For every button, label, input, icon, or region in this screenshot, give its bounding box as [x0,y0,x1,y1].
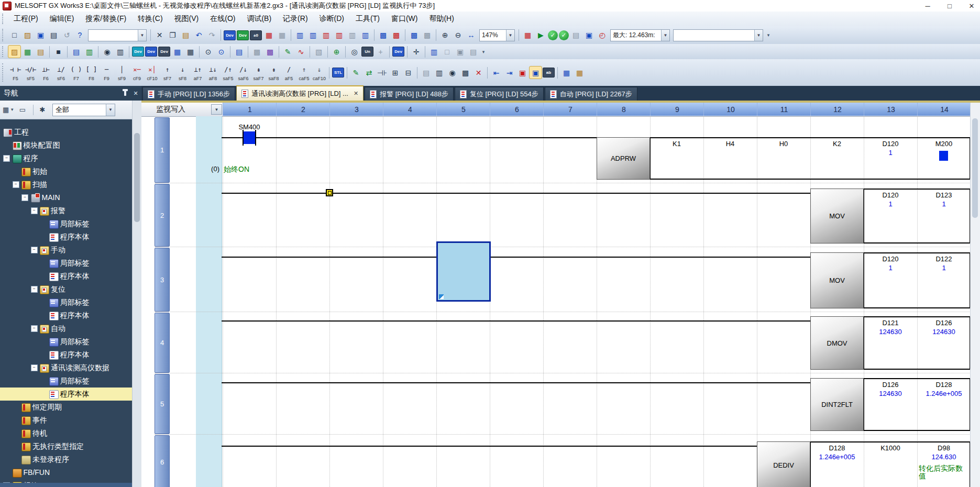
tree-filter-combo[interactable]: 全部 ▼ [52,104,115,116]
project-select-combo-dropdown-icon[interactable]: ▼ [138,30,146,41]
coil-op-icon[interactable]: ⊣⊦ [376,67,388,79]
display-setting-icon[interactable]: ▦ [522,29,534,41]
view-detail-icon[interactable]: ▥ [83,46,95,58]
tab-2[interactable]: 报警 [PRG] [LD] 488步 [365,87,454,101]
invert-operation-button[interactable]: /aF5 [282,61,296,84]
menu-item-4[interactable]: 视图(V) [169,12,205,26]
rung-line[interactable] [222,257,810,258]
delete-cell-icon[interactable]: ⊟ [402,67,414,79]
stamp-icon[interactable]: ▤ [35,46,47,58]
project-select-combo[interactable]: ▼ [88,29,147,41]
rung-line[interactable] [222,193,810,194]
menu-item-10[interactable]: 窗口(W) [386,12,424,26]
tree-item-14[interactable]: 程序本体 [0,309,141,322]
ladder-vertical-scrollbar[interactable] [970,103,980,487]
falling-pulse-branch-button[interactable]: ⊥↓aF8 [206,61,220,84]
device-batch-icon[interactable]: Dev [158,47,170,57]
close-button[interactable]: ✕ [967,2,976,10]
tree-item-25[interactable]: 未登录程序 [0,453,141,466]
cut-icon[interactable]: ✕ [153,29,166,41]
menu-item-11[interactable]: 帮助(H) [423,12,459,26]
device-test-blue-icon[interactable]: ▣ [530,67,542,79]
toolbar-overflow-icon[interactable]: ▾ [480,46,487,58]
zoom-level-combo-dropdown-icon[interactable]: ▼ [506,30,514,41]
rung-line[interactable] [222,320,810,322]
network-icon[interactable]: ⊕ [331,46,343,58]
tree-item-0[interactable]: 工程 [0,126,141,139]
find-in-document-icon[interactable]: ▥ [114,46,126,58]
tab-0[interactable]: 手动 [PRG] [LD] 1356步 [142,87,235,101]
instruction-block-dediv[interactable]: DEDIV [757,441,810,487]
tree-item-27[interactable]: −标签 [0,479,141,483]
scope-icon[interactable]: ◎ [348,46,360,58]
device-display-icon[interactable]: ▣ [583,29,595,41]
tree-item-26[interactable]: FB/FUN [0,466,141,479]
ladder-red-icon[interactable]: ▦ [263,29,275,41]
tab-active-1[interactable]: 通讯读测高仪数据 [PRG] [LD] ...✕ [236,85,364,101]
fit-width-icon[interactable]: ↔ [465,29,477,41]
collapse-all-button[interactable]: ▭ [16,104,29,116]
tree-expander-icon[interactable]: − [21,194,28,201]
find-icon[interactable]: ◉ [101,46,113,58]
coil-button[interactable]: ( )F7 [69,61,83,84]
track-right-icon[interactable]: ⇥ [503,67,515,79]
scan-time-combo[interactable]: 最大: 12.463m:▼ [610,29,670,41]
tree-expander-icon[interactable]: − [31,207,38,214]
ladder-monitor-icon[interactable]: ▩ [377,29,389,41]
edit-write-icon[interactable]: ✎ [350,67,362,79]
instruction-block-adprw[interactable]: ADPRW [597,137,650,180]
crosshair-icon[interactable]: ✛ [410,46,422,58]
tree-item-23[interactable]: 待机 [0,427,141,440]
copy-icon[interactable]: ❐ [167,29,179,41]
watch-grid-icon[interactable]: ▦ [184,46,196,58]
tree-item-8[interactable]: 程序本体 [0,230,141,244]
open-branch-button[interactable]: ⊥⊢F6 [39,61,53,84]
rising-pulse-button[interactable]: ↑sF7 [160,61,174,84]
navigation-bottom-scrollbar[interactable] [0,483,141,487]
rising-pulse-branch-button[interactable]: ⊥↑aF7 [191,61,205,84]
tree-item-18[interactable]: −通讯读测高仪数据 [0,361,141,374]
paste-icon[interactable]: ▤ [180,29,192,41]
zoom-level-combo[interactable]: 147%▼ [479,29,515,41]
tree-item-19[interactable]: 局部标签 [0,374,141,388]
stl-instruction-icon[interactable]: STL [332,68,344,78]
ladder-gray-icon[interactable]: ▦ [276,29,288,41]
open-project-icon[interactable]: ▨ [21,29,34,41]
tree-item-24[interactable]: 无执行类型指定 [0,440,141,453]
tree-item-22[interactable]: 事件 [0,414,141,427]
function-select-combo[interactable]: ▼ [673,29,763,41]
tree-item-3[interactable]: 初始 [0,165,141,178]
device-find-icon[interactable]: Dev [145,47,157,57]
monitor-mode-icon[interactable]: ◉ [446,67,458,79]
delete-vertical-line-button[interactable]: ✕│cF10 [145,61,159,84]
add-gray-icon[interactable]: + [375,46,387,58]
minimize-button[interactable]: ─ [923,2,932,10]
unit-chip-icon[interactable]: ■ [52,46,64,58]
redo-icon[interactable]: ↷ [206,29,218,41]
menu-item-3[interactable]: 转换(C) [132,12,168,26]
falling-pulse-close-button[interactable]: /↓saF6 [236,61,250,84]
tree-expander-icon[interactable]: − [13,181,19,188]
tree-item-13[interactable]: 局部标签 [0,296,141,309]
write-to-plc-icon[interactable]: ▥ [294,29,306,41]
tree-expander-icon[interactable]: − [31,286,38,293]
function-select-combo-dropdown-icon[interactable]: ▼ [754,30,763,41]
open-contact-button[interactable]: ⊣ ⊢F5 [8,61,23,84]
track-left-icon[interactable]: ⇤ [490,67,502,79]
settings-gear-icon[interactable]: ✱ [36,104,49,116]
undo-icon[interactable]: ↶ [193,29,205,41]
history-icon[interactable]: ↺ [61,29,73,41]
tree-item-15[interactable]: −自动 [0,322,141,335]
buffer-access-icon[interactable]: Un [361,47,373,57]
monitor-read-ok-icon[interactable]: ✓ [559,30,569,40]
zoom-in-icon[interactable]: ⊕ [439,29,451,41]
fb-color-icon[interactable]: ▩ [264,46,276,58]
address-display-icon[interactable]: ab [543,68,555,78]
fade-icon[interactable]: ▧ [313,46,325,58]
ladder-editor[interactable]: 监视写入 ▼ 1234567891011121314 1ADPRWK1H4H0K… [141,101,980,487]
edit-cursor-marker[interactable] [326,189,333,196]
device-memory-icon[interactable]: Dev [237,30,249,40]
tree-item-1[interactable]: 模块配置图 [0,139,141,152]
document-contents-icon[interactable]: ▤ [233,46,245,58]
gauge-monitor-icon[interactable]: ⊙ [215,46,227,58]
